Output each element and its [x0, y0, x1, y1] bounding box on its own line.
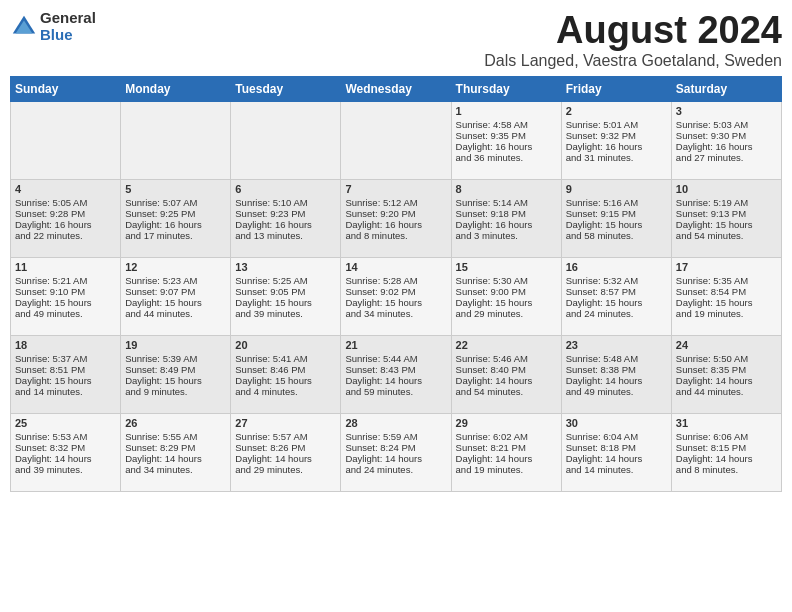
day-info-line: Sunset: 9:10 PM: [15, 286, 116, 297]
calendar-cell: [231, 101, 341, 179]
day-info-line: Daylight: 15 hours: [676, 297, 777, 308]
day-number: 10: [676, 183, 777, 195]
day-info-line: Sunset: 9:30 PM: [676, 130, 777, 141]
day-info-line: and 49 minutes.: [566, 386, 667, 397]
day-info-line: Sunset: 8:26 PM: [235, 442, 336, 453]
week-row-1: 4Sunrise: 5:05 AMSunset: 9:28 PMDaylight…: [11, 179, 782, 257]
day-info-line: Sunrise: 5:23 AM: [125, 275, 226, 286]
day-header-monday: Monday: [121, 76, 231, 101]
day-number: 2: [566, 105, 667, 117]
calendar-cell: 23Sunrise: 5:48 AMSunset: 8:38 PMDayligh…: [561, 335, 671, 413]
day-info-line: Daylight: 16 hours: [456, 219, 557, 230]
day-info-line: Sunrise: 5:39 AM: [125, 353, 226, 364]
day-number: 18: [15, 339, 116, 351]
day-info-line: Sunrise: 5:07 AM: [125, 197, 226, 208]
calendar-cell: 26Sunrise: 5:55 AMSunset: 8:29 PMDayligh…: [121, 413, 231, 491]
day-info-line: Daylight: 16 hours: [676, 141, 777, 152]
day-number: 15: [456, 261, 557, 273]
day-info-line: Daylight: 14 hours: [235, 453, 336, 464]
day-info-line: Sunrise: 5:59 AM: [345, 431, 446, 442]
day-number: 20: [235, 339, 336, 351]
day-info-line: Sunset: 8:57 PM: [566, 286, 667, 297]
day-info-line: Sunrise: 5:01 AM: [566, 119, 667, 130]
day-info-line: Sunrise: 5:37 AM: [15, 353, 116, 364]
day-info-line: Sunrise: 5:46 AM: [456, 353, 557, 364]
day-info-line: Sunset: 8:51 PM: [15, 364, 116, 375]
logo-general-text: General: [40, 10, 96, 27]
day-number: 21: [345, 339, 446, 351]
week-row-0: 1Sunrise: 4:58 AMSunset: 9:35 PMDaylight…: [11, 101, 782, 179]
day-info-line: Sunrise: 5:55 AM: [125, 431, 226, 442]
calendar-cell: [121, 101, 231, 179]
day-info-line: and 27 minutes.: [676, 152, 777, 163]
day-info-line: Daylight: 15 hours: [15, 375, 116, 386]
day-number: 22: [456, 339, 557, 351]
day-info-line: and 19 minutes.: [676, 308, 777, 319]
day-info-line: Sunrise: 5:41 AM: [235, 353, 336, 364]
day-info-line: Sunrise: 5:14 AM: [456, 197, 557, 208]
day-number: 30: [566, 417, 667, 429]
calendar-cell: 8Sunrise: 5:14 AMSunset: 9:18 PMDaylight…: [451, 179, 561, 257]
day-info-line: Daylight: 15 hours: [125, 297, 226, 308]
calendar-cell: 18Sunrise: 5:37 AMSunset: 8:51 PMDayligh…: [11, 335, 121, 413]
day-info-line: Daylight: 14 hours: [566, 453, 667, 464]
day-info-line: and 58 minutes.: [566, 230, 667, 241]
day-info-line: and 29 minutes.: [235, 464, 336, 475]
day-info-line: Daylight: 15 hours: [566, 297, 667, 308]
calendar-cell: 24Sunrise: 5:50 AMSunset: 8:35 PMDayligh…: [671, 335, 781, 413]
day-info-line: and 13 minutes.: [235, 230, 336, 241]
day-number: 14: [345, 261, 446, 273]
calendar-cell: 31Sunrise: 6:06 AMSunset: 8:15 PMDayligh…: [671, 413, 781, 491]
day-info-line: Sunrise: 5:03 AM: [676, 119, 777, 130]
logo: General Blue: [10, 10, 96, 43]
day-info-line: Daylight: 16 hours: [345, 219, 446, 230]
day-number: 17: [676, 261, 777, 273]
day-header-tuesday: Tuesday: [231, 76, 341, 101]
day-info-line: Sunset: 9:13 PM: [676, 208, 777, 219]
calendar-cell: 30Sunrise: 6:04 AMSunset: 8:18 PMDayligh…: [561, 413, 671, 491]
day-info-line: Sunrise: 5:57 AM: [235, 431, 336, 442]
day-info-line: and 4 minutes.: [235, 386, 336, 397]
day-number: 3: [676, 105, 777, 117]
day-info-line: Sunrise: 5:30 AM: [456, 275, 557, 286]
day-info-line: Daylight: 16 hours: [235, 219, 336, 230]
day-info-line: Daylight: 15 hours: [345, 297, 446, 308]
day-info-line: and 36 minutes.: [456, 152, 557, 163]
calendar-cell: 20Sunrise: 5:41 AMSunset: 8:46 PMDayligh…: [231, 335, 341, 413]
title-area: August 2024 Dals Langed, Vaestra Goetala…: [484, 10, 782, 70]
day-info-line: and 14 minutes.: [15, 386, 116, 397]
day-info-line: Sunset: 8:38 PM: [566, 364, 667, 375]
day-info-line: Sunrise: 5:53 AM: [15, 431, 116, 442]
day-header-thursday: Thursday: [451, 76, 561, 101]
day-info-line: and 8 minutes.: [345, 230, 446, 241]
day-info-line: Daylight: 14 hours: [566, 375, 667, 386]
day-info-line: and 54 minutes.: [456, 386, 557, 397]
day-info-line: Daylight: 14 hours: [345, 375, 446, 386]
calendar-cell: 29Sunrise: 6:02 AMSunset: 8:21 PMDayligh…: [451, 413, 561, 491]
day-number: 19: [125, 339, 226, 351]
day-info-line: Sunrise: 5:44 AM: [345, 353, 446, 364]
day-info-line: and 49 minutes.: [15, 308, 116, 319]
day-header-row: SundayMondayTuesdayWednesdayThursdayFrid…: [11, 76, 782, 101]
day-number: 13: [235, 261, 336, 273]
calendar-cell: 16Sunrise: 5:32 AMSunset: 8:57 PMDayligh…: [561, 257, 671, 335]
day-info-line: and 3 minutes.: [456, 230, 557, 241]
day-info-line: Sunset: 9:00 PM: [456, 286, 557, 297]
day-info-line: and 19 minutes.: [456, 464, 557, 475]
day-number: 8: [456, 183, 557, 195]
day-info-line: Sunrise: 5:32 AM: [566, 275, 667, 286]
day-info-line: and 31 minutes.: [566, 152, 667, 163]
day-info-line: Daylight: 14 hours: [456, 453, 557, 464]
calendar-cell: [341, 101, 451, 179]
day-info-line: and 39 minutes.: [235, 308, 336, 319]
day-info-line: Daylight: 16 hours: [15, 219, 116, 230]
day-info-line: Sunset: 8:18 PM: [566, 442, 667, 453]
day-info-line: Sunset: 8:43 PM: [345, 364, 446, 375]
day-info-line: Sunrise: 5:28 AM: [345, 275, 446, 286]
logo-icon: [10, 13, 38, 41]
calendar-cell: 2Sunrise: 5:01 AMSunset: 9:32 PMDaylight…: [561, 101, 671, 179]
day-info-line: and 9 minutes.: [125, 386, 226, 397]
day-info-line: Daylight: 14 hours: [125, 453, 226, 464]
day-info-line: Sunset: 9:18 PM: [456, 208, 557, 219]
logo-text: General Blue: [40, 10, 96, 43]
